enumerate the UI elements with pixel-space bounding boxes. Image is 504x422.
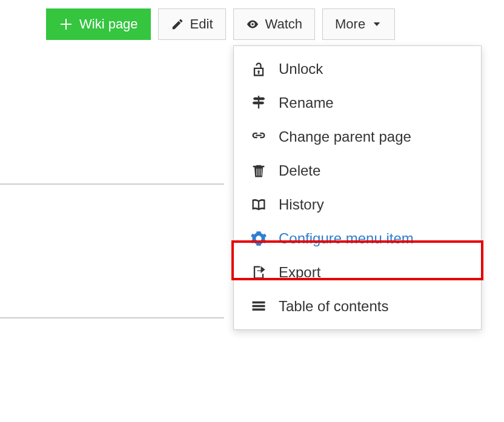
export-icon <box>250 264 268 281</box>
dropdown-item-configure-menu[interactable]: Configure menu item <box>234 222 481 256</box>
wiki-page-label: Wiki page <box>79 16 138 32</box>
dropdown-item-label: Change parent page <box>279 128 411 145</box>
dropdown-item-label: Delete <box>279 162 320 179</box>
link-icon <box>250 128 268 145</box>
dropdown-item-label: Configure menu item <box>279 230 414 247</box>
book-icon <box>250 196 268 213</box>
signpost-icon <box>250 94 268 111</box>
dropdown-item-export[interactable]: Export <box>234 256 481 289</box>
toolbar: Wiki page Edit Watch More <box>0 0 504 40</box>
plus-icon <box>59 17 73 31</box>
dropdown-item-rename[interactable]: Rename <box>234 86 481 120</box>
more-dropdown: Unlock Rename Change parent page Delete … <box>233 45 482 330</box>
more-label: More <box>335 16 365 32</box>
more-button[interactable]: More <box>322 8 395 40</box>
wiki-page-button[interactable]: Wiki page <box>46 8 151 40</box>
dropdown-item-change-parent[interactable]: Change parent page <box>234 120 481 154</box>
unlock-icon <box>250 61 268 77</box>
dropdown-item-delete[interactable]: Delete <box>234 154 481 188</box>
list-icon <box>250 298 268 315</box>
dropdown-item-label: Unlock <box>279 61 323 77</box>
gear-icon <box>250 230 268 247</box>
caret-down-icon <box>371 19 382 30</box>
dropdown-item-toc[interactable]: Table of contents <box>234 289 481 323</box>
watch-button[interactable]: Watch <box>233 8 316 40</box>
dropdown-item-label: Export <box>279 264 320 281</box>
trash-icon <box>250 162 268 179</box>
dropdown-item-label: Rename <box>279 94 334 111</box>
divider-line <box>0 317 224 318</box>
divider-line <box>0 183 224 185</box>
eye-icon <box>246 18 259 31</box>
watch-label: Watch <box>265 16 303 32</box>
pencil-icon <box>171 18 184 31</box>
dropdown-item-label: Table of contents <box>279 298 388 315</box>
dropdown-item-history[interactable]: History <box>234 188 481 222</box>
dropdown-item-label: History <box>279 196 324 213</box>
edit-label: Edit <box>190 16 213 32</box>
dropdown-item-unlock[interactable]: Unlock <box>234 52 481 86</box>
edit-button[interactable]: Edit <box>158 8 226 40</box>
